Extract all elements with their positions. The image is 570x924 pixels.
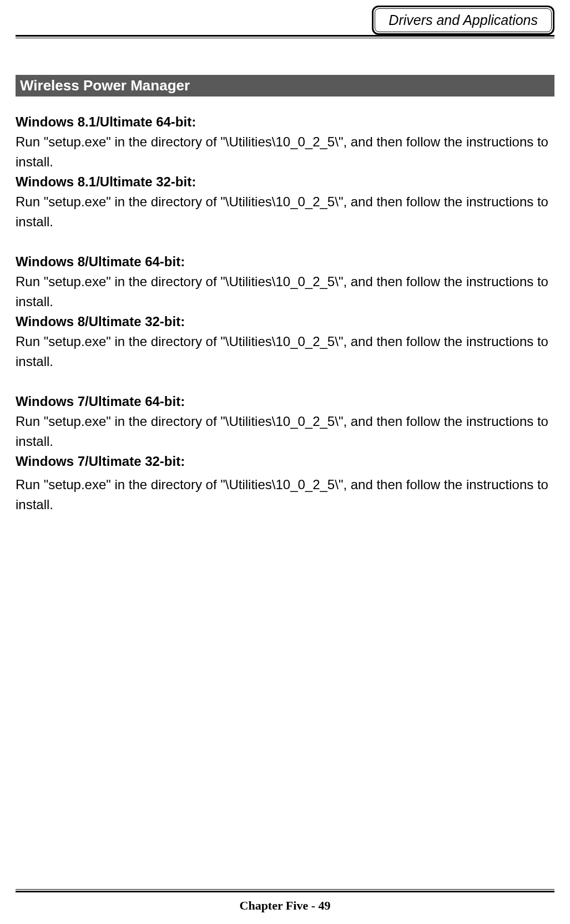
os-group: Windows 7/Ultimate 64-bit: Run "setup.ex… <box>16 392 554 515</box>
entry-text: Run "setup.exe" in the directory of "\Ut… <box>16 272 554 312</box>
entry-text: Run "setup.exe" in the directory of "\Ut… <box>16 332 554 372</box>
section-heading: Wireless Power Manager <box>16 75 554 97</box>
entry-heading: Windows 8/Ultimate 64-bit: <box>16 252 554 272</box>
entry-heading: Windows 7/Ultimate 64-bit: <box>16 392 554 412</box>
body-block: Windows 8.1/Ultimate 64-bit: Run "setup.… <box>16 112 554 515</box>
entry-text: Run "setup.exe" in the directory of "\Ut… <box>16 192 554 232</box>
entry-text: Run "setup.exe" in the directory of "\Ut… <box>16 132 554 172</box>
bottom-divider <box>16 889 554 892</box>
entry-heading: Windows 8.1/Ultimate 64-bit: <box>16 112 554 132</box>
entry-heading: Windows 8/Ultimate 32-bit: <box>16 312 554 332</box>
os-group: Windows 8/Ultimate 64-bit: Run "setup.ex… <box>16 252 554 372</box>
top-divider <box>16 35 554 38</box>
page-content: Wireless Power Manager Windows 8.1/Ultim… <box>16 75 554 535</box>
os-group: Windows 8.1/Ultimate 64-bit: Run "setup.… <box>16 112 554 232</box>
entry-heading: Windows 8.1/Ultimate 32-bit: <box>16 172 554 192</box>
header-badge-text: Drivers and Applications <box>375 8 552 32</box>
entry-heading: Windows 7/Ultimate 32-bit: <box>16 451 554 471</box>
entry-text: Run "setup.exe" in the directory of "\Ut… <box>16 475 554 515</box>
entry-text: Run "setup.exe" in the directory of "\Ut… <box>16 412 554 451</box>
header-badge: Drivers and Applications <box>372 6 554 35</box>
page-footer: Chapter Five - 49 <box>0 898 570 913</box>
